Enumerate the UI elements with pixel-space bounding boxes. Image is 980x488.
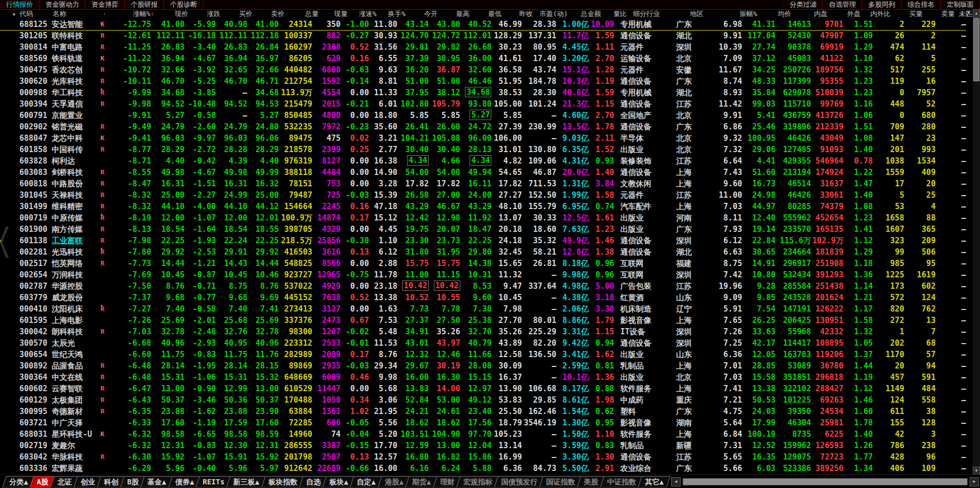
table-row[interactable]: 002281光迅科技R-7.8029.92-2.5329.9129.924165…	[0, 246, 966, 258]
table-row[interactable]: 600129太极集团R-6.4350.37-3.4650.3650.371704…	[0, 394, 966, 406]
col-header-pct[interactable]: 涨幅%↑	[116, 10, 154, 19]
help-icon[interactable]: ?	[966, 10, 970, 18]
col-header-bv[interactable]: 买量	[891, 10, 923, 19]
cell-turn: 1.63	[369, 303, 397, 315]
table-row[interactable]: 601595上海电影-7.2625.69-2.0125.6825.6933737…	[0, 315, 966, 326]
col-header-prev[interactable]: 昨收	[502, 10, 533, 19]
table-row[interactable]: 301045天禄科技R-8.3225.00-2.2724.9925.007948…	[0, 189, 966, 201]
col-header-amt[interactable]: 总金额	[568, 10, 601, 19]
table-row[interactable]: 000719中原传媒R-8.1912.00-1.0712.0012.01100.…	[0, 212, 966, 224]
table-row[interactable]: 300394天孚通信R-9.9894.52-10.4894.5294.53215…	[0, 98, 966, 110]
table-row[interactable]: 688569铁科轨道K-11.2236.94-4.6736.9436.97862…	[0, 53, 966, 64]
col-header-chg[interactable]: 涨跌	[188, 10, 220, 19]
col-header-vol[interactable]: 总量	[284, 10, 319, 19]
table-row[interactable]: 603721中广天择-6.3317.60-1.1917.5917.6072285…	[0, 417, 966, 428]
menu-item[interactable]: 个股研报	[125, 0, 164, 9]
table-row[interactable]: ▶601138工业富联R-7.9822.25-1.9322.2422.25218…	[0, 235, 966, 246]
table-row[interactable]: 688047龙芯中科K-9.4196.03-9.9796.0396.068947…	[0, 132, 966, 144]
menu-item[interactable]: 综合排名	[901, 0, 941, 9]
table-row[interactable]: 603828柯利达-8.714.40-0.424.394.40976319812…	[0, 155, 966, 167]
scrollbar-thumb[interactable]	[973, 18, 979, 81]
col-header-low[interactable]: 最低	[470, 10, 502, 19]
col-header-sv[interactable]: 卖量	[923, 10, 955, 19]
cell-ind: 专用机械	[614, 87, 669, 98]
table-row[interactable]: 601858中国科传R-8.7728.29-2.7228.2828.292185…	[0, 144, 966, 155]
col-header-high[interactable]: 最高	[438, 10, 470, 19]
cell-pe: 18.60	[522, 224, 556, 235]
footer-tab[interactable]: 国债预发行	[494, 476, 544, 487]
table-row[interactable]: 600818中路股份R-8.4716.31-1.5116.3116.327815…	[0, 178, 966, 189]
col-header-pr[interactable]: 现价	[154, 10, 188, 19]
col-header-sell[interactable]: 卖价	[252, 10, 284, 19]
menu-item[interactable]: 资金博弈	[85, 0, 125, 9]
table-row[interactable]: 688031星环科技-UK-6.3298.58-6.6598.5898.5914…	[0, 428, 966, 440]
col-header-inn[interactable]: 内盘	[791, 10, 827, 19]
col-header-idx[interactable]: ▼	[0, 10, 16, 19]
table-row[interactable]: 603336宏辉果蔬-6.295.96-0.405.965.9791264222…	[0, 463, 966, 474]
table-row[interactable]: 000410沈阳机床R-7.277.40-0.587.407.412734133…	[0, 303, 966, 315]
footer-tab[interactable]: 国证指数	[539, 476, 582, 487]
footer-tab[interactable]: 新三板▲	[227, 476, 267, 487]
footer-tab[interactable]: 其它▲	[638, 476, 671, 487]
table-row[interactable]: 300995奇德新材R-6.3523.88-1.6223.8823.906388…	[0, 406, 966, 417]
table-row[interactable]: 300475香农芯创R-10.7232.66-3.9232.6532.66440…	[0, 64, 966, 76]
col-header-avg[interactable]: 均价	[757, 10, 791, 19]
table-row[interactable]: 300570太辰光-6.6840.96-2.9340.9540.96223312…	[0, 337, 966, 349]
col-header-reg[interactable]: 地区	[683, 10, 725, 19]
footer-tab[interactable]: 板块指数	[261, 476, 304, 487]
footer-tab[interactable]: 宏观指标	[456, 476, 499, 487]
table-row[interactable]: 601900南方传媒R-8.1318.54-1.6418.5418.553987…	[0, 224, 966, 235]
scroll-down-icon[interactable]: ▼	[973, 467, 980, 475]
cell-low: 15.86	[460, 451, 492, 463]
table-row[interactable]: 300654世纪天鸿-6.6011.75-0.8311.7511.7628298…	[0, 349, 966, 360]
col-header-out[interactable]: 外盘	[827, 10, 861, 19]
col-header-buy[interactable]: 买价	[220, 10, 252, 19]
cell-sv: 13	[904, 315, 936, 326]
col-header-rat[interactable]: 内外比	[861, 10, 891, 19]
col-header-flag[interactable]: ·	[100, 10, 116, 19]
col-header-ind[interactable]: 细分行业	[627, 10, 683, 19]
col-header-qrr[interactable]: 量比	[601, 10, 627, 19]
menu-item[interactable]: 分类过滤	[783, 0, 823, 9]
table-row[interactable]: 000988华工科技R-9.9934.68-3.85—34.68113.9万45…	[0, 87, 966, 98]
col-header-code[interactable]: 代码	[16, 10, 53, 19]
table-row[interactable]: 002719麦趣尔-6.3212.31-0.8312.3012.31286555…	[0, 440, 966, 451]
table-row[interactable]: 603042华脉科技R-6.3015.92-1.0715.9115.922017…	[0, 451, 966, 463]
col-header-pe[interactable]: 市盈(动)	[533, 10, 568, 19]
table-row[interactable]: 600602云赛智联R-6.4713.00-0.9012.9913.006105…	[0, 383, 966, 394]
table-row[interactable]: 300814中富电路R-11.2526.83-3.4026.8326.84160…	[0, 41, 966, 53]
col-header-turn[interactable]: 换手%	[376, 10, 405, 19]
hscroll-track[interactable]	[683, 478, 968, 485]
table-row[interactable]: 002517恺英网络R-7.7314.44-1.2114.4314.445488…	[0, 258, 966, 269]
table-row[interactable]: 002654万润科技-7.6910.45-0.8710.4510.4692372…	[0, 269, 966, 280]
vertical-scrollbar[interactable]: ▲ ▼	[973, 9, 980, 475]
scroll-up-icon[interactable]: ▲	[973, 9, 980, 18]
table-row[interactable]: 603779威龙股份-7.379.68-0.779.689.6944515276…	[0, 292, 966, 303]
footer-tab[interactable]: 中证指数	[600, 476, 643, 487]
table-row[interactable]: 002787华源控股-7.508.76-0.718.758.7653702249…	[0, 280, 966, 292]
table-row[interactable]: 300620光库科技R-10.1146.70-5.2546.7046.71212…	[0, 76, 966, 87]
col-header-spd[interactable]: 涨速%	[348, 10, 376, 19]
col-header-name[interactable]: 名称	[53, 10, 100, 19]
menu-item[interactable]: 多股同列	[862, 0, 901, 9]
table-row[interactable]: 688125安达智能K-12.7541.00-5.9940.9841.00243…	[0, 19, 966, 30]
col-header-open[interactable]: 今开	[405, 10, 438, 19]
table-row[interactable]: 600791京能置业-9.915.27-0.58—5.2785048548000…	[0, 110, 966, 121]
col-header-amp[interactable]: 振幅%	[725, 10, 757, 19]
cell-pr: 15.31	[151, 372, 185, 383]
hscroll-left-icon[interactable]: ◀	[671, 477, 681, 486]
col-header-cur[interactable]: 现量	[319, 10, 348, 19]
table-row[interactable]: 300892品渥食品R-6.4828.14-1.9528.1428.158986…	[0, 360, 966, 372]
table-row[interactable]: 300042朗科科技R-7.0332.78-2.4832.7632.789830…	[0, 326, 966, 337]
table-row[interactable]: 603083剑桥科技R-8.5549.98-4.6749.9849.993881…	[0, 167, 966, 178]
menu-item[interactable]: 个股诊断	[164, 0, 203, 9]
table-row[interactable]: 301205联特科技R-12.61112.11-16.18112.11112.1…	[0, 30, 966, 41]
menu-item[interactable]: 行情报价	[0, 0, 39, 9]
hscroll-right-icon[interactable]: ▶	[970, 477, 979, 486]
table-row[interactable]: 300364中文在线R-6.4815.31-1.0615.3115.326486…	[0, 372, 966, 383]
menu-item[interactable]: 资金驱动力	[39, 0, 85, 9]
table-row[interactable]: 301499维科精密R-8.3244.10-4.0044.1044.121546…	[0, 201, 966, 212]
table-row[interactable]: 002902铭普光磁R-9.4924.79-2.6024.7924.805322…	[0, 121, 966, 132]
menu-item[interactable]: 定制版面	[941, 0, 980, 9]
menu-item[interactable]: 自选管理	[823, 0, 862, 9]
